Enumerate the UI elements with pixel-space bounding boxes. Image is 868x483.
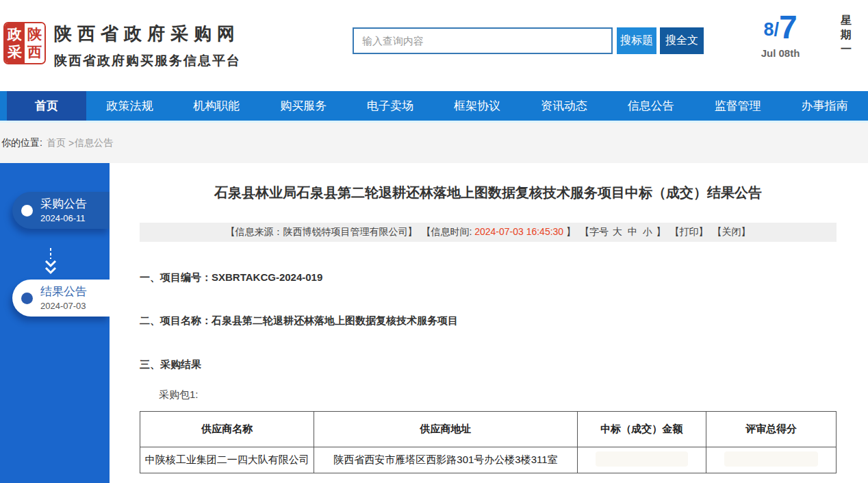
down-arrow-icon: [42, 247, 59, 281]
brand-text: 陕西省政府采购网 陕西省政府购买服务信息平台: [54, 22, 241, 70]
print-button[interactable]: 【打印】: [670, 226, 709, 238]
page: 政 采 陕 西 陕西省政府采购网 陕西省政府购买服务信息平台 搜标题 搜全文 8…: [0, 0, 868, 483]
article-meta-bar: 【信息来源：陕西博锐特项目管理有限公司】 【信息时间: 2024-07-03 1…: [140, 223, 837, 242]
result-table: 供应商名称 供应商地址 中标（成交）金额 评审总得分 中陕核工业集团二一四大队有…: [140, 411, 837, 473]
logo-char: 采: [8, 43, 22, 61]
meta-source: 【信息来源：陕西博锐特项目管理有限公司】: [225, 226, 417, 238]
meta-time-suffix: 】: [566, 226, 576, 237]
package-label: 采购包1:: [159, 388, 199, 401]
meta-fontsize: 【字号 大 中 小 】: [580, 226, 666, 238]
breadcrumb-link-home[interactable]: 首页: [47, 137, 66, 149]
meta-time: 【信息时间: 2024-07-03 16:45:30 】: [421, 226, 576, 238]
nav-item-purchase-services[interactable]: 购买服务: [260, 91, 347, 121]
close-button[interactable]: 【关闭】: [713, 226, 751, 238]
weekday-char: 星: [841, 15, 852, 26]
fontsize-medium-button[interactable]: 中: [628, 226, 637, 237]
nav-item-news[interactable]: 资讯动态: [520, 91, 607, 121]
sidebar-timeline: 采购公告 2024-06-11 结果公告 2024-07-03: [0, 163, 110, 483]
nav-item-functions[interactable]: 机构职能: [173, 91, 260, 121]
bullet-icon: [21, 293, 33, 304]
redacted-value: [724, 451, 817, 467]
meta-fontsize-prefix: 【字号: [580, 226, 609, 237]
meta-time-prefix: 【信息时间:: [421, 226, 472, 237]
nav-item-guide[interactable]: 办事指南: [781, 91, 868, 121]
table-header-row: 供应商名称 供应商地址 中标（成交）金额 评审总得分: [140, 412, 837, 447]
meta-fontsize-suffix: 】: [656, 226, 666, 237]
site-subtitle: 陕西省政府购买服务信息平台: [54, 52, 241, 70]
bullet-icon: [21, 205, 33, 216]
sidebar-item-text: 采购公告 2024-06-11: [40, 197, 87, 223]
fontsize-large-button[interactable]: 大: [613, 226, 622, 237]
logo-seal-right: 陕 西: [25, 23, 44, 63]
search-input[interactable]: [353, 27, 613, 54]
site-header: 政 采 陕 西 陕西省政府采购网 陕西省政府购买服务信息平台 搜标题 搜全文 8…: [0, 0, 868, 91]
sidebar-item-title: 采购公告: [40, 197, 87, 211]
site-logo: 政 采 陕 西: [3, 22, 46, 64]
nav-item-framework-agreement[interactable]: 框架协议: [434, 91, 521, 121]
table-row: 中陕核工业集团二一四大队有限公司 陕西省西安市雁塔区西影路301号办公楼3楼31…: [140, 447, 837, 473]
article-content: 石泉县林业局石泉县第二轮退耕还林落地上图数据复核技术服务项目中标（成交）结果公告…: [110, 163, 868, 483]
fontsize-small-button[interactable]: 小: [643, 226, 652, 237]
main-nav: 首页 政策法规 机构职能 购买服务 电子卖场 框架协议 资讯动态 信息公告 监督…: [0, 91, 868, 121]
cell-review-score: [706, 447, 836, 473]
col-award-amount: 中标（成交）金额: [577, 412, 706, 447]
sidebar-item-date: 2024-07-03: [40, 301, 87, 311]
cell-award-amount: [577, 447, 706, 473]
redacted-value: [596, 451, 688, 467]
meta-time-value: 2024-07-03 16:45:30: [474, 226, 563, 237]
breadcrumb: 你的位置: 首页 > 信息公告: [0, 123, 868, 163]
nav-item-supervision[interactable]: 监督管理: [694, 91, 781, 121]
sidebar-item-date: 2024-06-11: [40, 213, 87, 223]
date-separator: /: [774, 21, 779, 42]
section-procurement-result: 三、采购结果: [140, 358, 201, 371]
search-fulltext-button[interactable]: 搜全文: [660, 27, 704, 54]
cell-supplier-name: 中陕核工业集团二一四大队有限公司: [140, 447, 314, 473]
site-title: 陕西省政府采购网: [54, 22, 241, 46]
logo-char: 陕: [27, 25, 42, 43]
section-project-name: 二、项目名称：石泉县第二轮退耕还林落地上图数据复核技术服务项目: [140, 314, 458, 327]
cell-supplier-address: 陕西省西安市雁塔区西影路301号办公楼3楼311室: [314, 447, 577, 473]
date-english: Jul 08th: [745, 47, 816, 59]
sidebar-item-result-announcement[interactable]: 结果公告 2024-07-03: [12, 280, 110, 317]
sidebar-item-text: 结果公告 2024-07-03: [40, 285, 87, 311]
article-title: 石泉县林业局石泉县第二轮退耕还林落地上图数据复核技术服务项目中标（成交）结果公告: [140, 184, 837, 202]
weekday-label: 星 期 一: [841, 15, 852, 55]
breadcrumb-separator: >: [68, 138, 74, 149]
nav-item-policies[interactable]: 政策法规: [86, 91, 173, 121]
col-supplier-address: 供应商地址: [314, 412, 577, 447]
sidebar-item-purchase-announcement[interactable]: 采购公告 2024-06-11: [12, 192, 110, 229]
breadcrumb-label: 你的位置:: [1, 137, 42, 149]
logo-seal-left: 政 采: [5, 23, 25, 63]
search-title-button[interactable]: 搜标题: [617, 27, 656, 54]
sidebar-item-title: 结果公告: [40, 285, 87, 299]
date-month: 8: [763, 21, 774, 42]
section-project-number: 一、项目编号：SXBRTAKCG-2024-019: [140, 271, 322, 284]
date-widget: 8 / 7 Jul 08th: [745, 12, 816, 59]
logo-char: 西: [27, 43, 42, 61]
breadcrumb-link-announcements[interactable]: 信息公告: [75, 137, 113, 149]
col-review-score: 评审总得分: [706, 412, 836, 447]
col-supplier-name: 供应商名称: [140, 412, 314, 447]
nav-item-announcements[interactable]: 信息公告: [607, 91, 694, 121]
search-bar: 搜标题 搜全文: [353, 27, 704, 54]
date-numbers: 8 / 7: [745, 12, 816, 42]
weekday-char: 一: [841, 44, 852, 55]
logo-char: 政: [8, 25, 22, 43]
nav-item-e-marketplace[interactable]: 电子卖场: [347, 91, 434, 121]
weekday-char: 期: [841, 29, 852, 40]
nav-item-home[interactable]: 首页: [7, 91, 86, 121]
date-day: 7: [779, 12, 797, 42]
